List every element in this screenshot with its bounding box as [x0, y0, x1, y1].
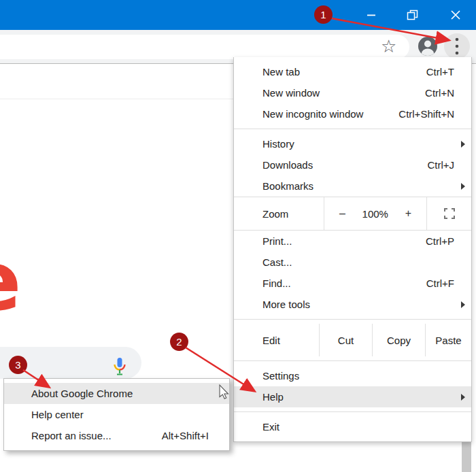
- copy-button[interactable]: Copy: [372, 324, 425, 356]
- menu-item-print[interactable]: Print... Ctrl+P: [234, 231, 471, 252]
- edit-label: Edit: [234, 324, 319, 356]
- menu-item-cast[interactable]: Cast...: [234, 252, 471, 273]
- window-titlebar: [0, 0, 476, 30]
- shortcut-label: Ctrl+Shift+N: [398, 108, 454, 120]
- help-submenu-popup: About Google Chrome Help center Report a…: [3, 378, 230, 451]
- fullscreen-button[interactable]: [427, 197, 471, 230]
- menu-item-more-tools[interactable]: More tools: [234, 294, 471, 315]
- zoom-out-button[interactable]: –: [339, 207, 345, 220]
- annotation-badge-2: 2: [170, 333, 188, 351]
- submenu-arrow-icon: [461, 183, 465, 190]
- shortcut-label: Ctrl+F: [426, 277, 454, 289]
- close-button[interactable]: [440, 0, 471, 30]
- svg-text:e: e: [0, 238, 21, 321]
- submenu-arrow-icon: [461, 141, 465, 148]
- restore-icon: [407, 10, 418, 21]
- menu-separator: [234, 319, 471, 320]
- voice-search-mic-icon[interactable]: [112, 356, 128, 378]
- bookmark-star-icon[interactable]: ☆: [381, 35, 396, 58]
- menu-item-settings[interactable]: Settings: [234, 365, 471, 386]
- page-scrollbar[interactable]: [462, 439, 471, 472]
- menu-zoom-row: Zoom – 100% +: [234, 197, 471, 230]
- menu-item-new-incognito-window[interactable]: New incognito window Ctrl+Shift+N: [234, 103, 471, 124]
- submenu-item-help-center[interactable]: Help center: [4, 404, 229, 425]
- minimize-button[interactable]: [356, 0, 387, 30]
- zoom-controls: – 100% +: [324, 197, 427, 230]
- restore-button[interactable]: [396, 0, 428, 30]
- menu-separator: [234, 129, 471, 129]
- three-dot-icon: [454, 35, 460, 58]
- menu-item-history[interactable]: History: [234, 133, 471, 154]
- annotation-badge-3: 3: [9, 356, 27, 374]
- zoom-level: 100%: [362, 208, 388, 220]
- menu-item-downloads[interactable]: Downloads Ctrl+J: [234, 154, 471, 175]
- menu-item-find[interactable]: Find... Ctrl+F: [234, 273, 471, 294]
- annotation-badge-1: 1: [314, 5, 333, 24]
- zoom-in-button[interactable]: +: [405, 207, 411, 220]
- close-icon: [450, 10, 461, 20]
- shortcut-label: Ctrl+T: [426, 66, 454, 78]
- submenu-arrow-icon: [461, 301, 465, 308]
- minimize-icon: [367, 10, 376, 20]
- menu-item-help[interactable]: Help: [234, 386, 471, 407]
- submenu-item-report-an-issue[interactable]: Report an issue... Alt+Shift+I: [4, 425, 229, 446]
- fullscreen-icon: [443, 207, 456, 220]
- chrome-menu-popup: New tab Ctrl+T New window Ctrl+N New inc…: [233, 57, 472, 442]
- address-bar[interactable]: [0, 35, 409, 59]
- menu-separator: [234, 411, 471, 412]
- cut-button[interactable]: Cut: [319, 324, 372, 356]
- shortcut-label: Ctrl+P: [426, 235, 454, 247]
- shortcut-label: Ctrl+N: [425, 87, 454, 99]
- browser-menu-button[interactable]: [444, 33, 470, 59]
- menu-item-exit[interactable]: Exit: [234, 416, 471, 437]
- zoom-label: Zoom: [234, 197, 324, 230]
- shortcut-label: Alt+Shift+I: [162, 430, 209, 441]
- menu-item-bookmarks[interactable]: Bookmarks: [234, 175, 471, 197]
- menu-edit-row: Edit Cut Copy Paste: [234, 324, 471, 356]
- profile-avatar-icon[interactable]: [418, 36, 438, 56]
- menu-item-new-tab[interactable]: New tab Ctrl+T: [234, 61, 471, 82]
- page-divider-line: [0, 99, 233, 99]
- menu-separator: [234, 360, 471, 361]
- menu-item-new-window[interactable]: New window Ctrl+N: [234, 82, 471, 103]
- shortcut-label: Ctrl+J: [427, 159, 454, 171]
- submenu-arrow-icon: [461, 394, 465, 401]
- paste-button[interactable]: Paste: [425, 324, 471, 356]
- submenu-item-about-google-chrome[interactable]: About Google Chrome: [4, 383, 229, 404]
- google-logo-partial: e: [0, 238, 29, 321]
